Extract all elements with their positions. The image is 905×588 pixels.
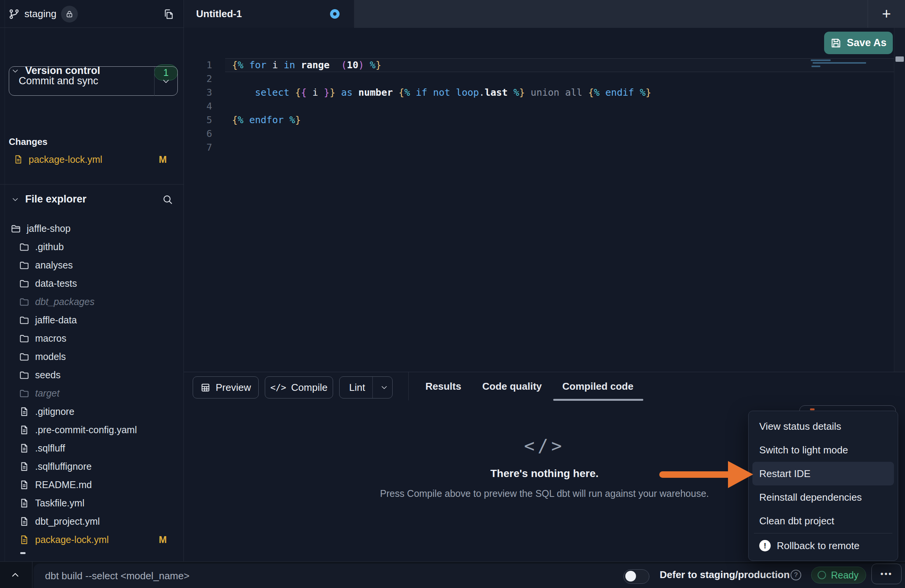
tree-folder-jaffle-shop[interactable]: jaffle-shop bbox=[0, 219, 184, 238]
line-number: 7 bbox=[184, 141, 212, 154]
code-line-5[interactable]: 5{% endfor %} bbox=[184, 113, 905, 127]
menu-item-view-status-details[interactable]: View status details bbox=[752, 414, 894, 438]
line-number: 4 bbox=[184, 100, 212, 113]
folder-icon bbox=[19, 242, 29, 252]
tree-item-label: .github bbox=[35, 241, 64, 252]
lint-dropdown-toggle[interactable] bbox=[376, 377, 392, 398]
expand-panel-button[interactable] bbox=[10, 570, 21, 580]
branch-header: staging bbox=[0, 0, 184, 28]
tab-compiled-code[interactable]: Compiled code bbox=[562, 372, 633, 401]
code-line-1[interactable]: 1{% for i in range (10) %} bbox=[184, 58, 905, 72]
menu-item-rollback-to-remote[interactable]: !Rollback to remote bbox=[752, 534, 894, 557]
lint-button[interactable]: Lint bbox=[339, 376, 393, 398]
line-number: 3 bbox=[184, 86, 212, 100]
defer-toggle[interactable] bbox=[623, 569, 649, 584]
file-search-button[interactable] bbox=[160, 192, 175, 207]
tree-file-README.md[interactable]: README.md bbox=[0, 476, 184, 494]
tree-folder-macros[interactable]: macros bbox=[0, 329, 184, 347]
commit-and-sync-button[interactable]: Commit and sync bbox=[9, 66, 178, 96]
tree-folder-analyses[interactable]: analyses bbox=[0, 256, 184, 274]
chevron-down-icon bbox=[11, 196, 19, 203]
tree-file-dbt_project.yml[interactable]: dbt_project.yml bbox=[0, 512, 184, 530]
file-tree: jaffle-shop.githubanalysesdata-testsdbt_… bbox=[0, 219, 184, 549]
tree-file-.sqlfluff[interactable]: .sqlfluff bbox=[0, 439, 184, 457]
tree-file-.gitignore[interactable]: .gitignore bbox=[0, 402, 184, 421]
changes-heading: Changes bbox=[9, 137, 47, 147]
changed-file-row[interactable]: package-lock.yml M bbox=[0, 151, 184, 168]
save-as-button[interactable]: Save As bbox=[824, 32, 893, 54]
compile-button[interactable]: </> Compile bbox=[265, 376, 333, 398]
code-line-content: {% for i in range (10) %} bbox=[232, 58, 381, 72]
tree-folder-data-tests[interactable]: data-tests bbox=[0, 274, 184, 292]
code-line-7[interactable]: 7 bbox=[184, 141, 905, 154]
more-options-button[interactable]: ••• bbox=[871, 564, 902, 584]
tab-untitled-1[interactable]: Untitled-1 bbox=[184, 0, 354, 28]
tree-item-label: data-tests bbox=[35, 278, 77, 289]
branch-selector[interactable]: staging bbox=[8, 0, 78, 28]
status-dot-icon bbox=[818, 571, 826, 579]
file-icon bbox=[19, 443, 29, 453]
menu-item-restart-ide[interactable]: Restart IDE bbox=[752, 462, 894, 485]
folder-icon bbox=[19, 315, 29, 325]
minimap-line bbox=[811, 59, 831, 61]
lint-button-divider bbox=[372, 377, 373, 398]
menu-item-clean-dbt-project[interactable]: Clean dbt project bbox=[752, 509, 894, 533]
tree-folder-seeds[interactable]: seeds bbox=[0, 366, 184, 384]
changed-file-name: package-lock.yml bbox=[29, 154, 102, 165]
tree-item-label: analyses bbox=[35, 260, 73, 271]
menu-item-switch-to-light-mode[interactable]: Switch to light mode bbox=[752, 438, 894, 462]
tree-folder-jaffle-data[interactable]: jaffle-data bbox=[0, 311, 184, 329]
tree-item-label: package-lock.yml bbox=[35, 534, 109, 545]
unsaved-indicator-dot[interactable] bbox=[330, 9, 340, 19]
menu-item-reinstall-dependencies[interactable]: Reinstall dependencies bbox=[752, 485, 894, 509]
tab-title: Untitled-1 bbox=[196, 8, 330, 20]
file-icon bbox=[19, 425, 29, 435]
lock-icon bbox=[65, 10, 74, 18]
minimap-line bbox=[813, 62, 866, 64]
line-number: 5 bbox=[184, 113, 212, 127]
code-lines[interactable]: 1{% for i in range (10) %}23 select {{ i… bbox=[184, 58, 905, 154]
tree-file-package-lock.yml[interactable]: package-lock.ymlM bbox=[0, 530, 184, 549]
editor-scrollbar[interactable] bbox=[894, 28, 905, 400]
tree-file-.pre-commit-config.yaml[interactable]: .pre-commit-config.yaml bbox=[0, 421, 184, 439]
ide-status-pill[interactable]: Ready bbox=[811, 567, 866, 583]
copy-branch-button[interactable] bbox=[161, 6, 177, 22]
file-icon bbox=[19, 406, 29, 417]
menu-item-label: Clean dbt project bbox=[759, 515, 834, 527]
tree-folder-dbt_packages[interactable]: dbt_packages bbox=[0, 292, 184, 311]
code-editor[interactable]: Save As 1{% for i in range (10) %}23 sel… bbox=[184, 28, 905, 400]
folder-icon bbox=[19, 260, 29, 270]
tree-item-label: jaffle-shop bbox=[27, 223, 71, 234]
file-explorer-header[interactable]: File explorer bbox=[11, 193, 87, 205]
editor-minimap[interactable] bbox=[811, 56, 894, 83]
toolbar-divider bbox=[408, 372, 409, 400]
tree-file-Taskfile.yml[interactable]: Taskfile.yml bbox=[0, 494, 184, 512]
code-line-4[interactable]: 4 bbox=[184, 100, 905, 113]
tree-item-label: jaffle-data bbox=[35, 315, 77, 326]
new-tab-button[interactable]: + bbox=[868, 0, 905, 28]
scrollbar-thumb[interactable] bbox=[895, 56, 904, 62]
sidebar: staging Version control 1 Commit and syn… bbox=[0, 0, 184, 561]
preview-label: Preview bbox=[216, 382, 251, 394]
folder-icon bbox=[19, 333, 29, 344]
preview-button[interactable]: Preview bbox=[193, 376, 259, 398]
tab-results[interactable]: Results bbox=[425, 372, 461, 401]
tree-folder-.github[interactable]: .github bbox=[0, 238, 184, 256]
code-line-content: {% endfor %} bbox=[232, 113, 301, 127]
file-icon bbox=[19, 480, 29, 490]
tree-item-label: models bbox=[35, 351, 66, 362]
code-line-6[interactable]: 6 bbox=[184, 127, 905, 141]
annotation-arrow bbox=[659, 471, 729, 478]
tab-code-quality[interactable]: Code quality bbox=[482, 372, 542, 401]
tree-folder-models[interactable]: models bbox=[0, 347, 184, 366]
defer-label: Defer to staging/production bbox=[660, 562, 790, 588]
code-line-3[interactable]: 3 select {{ i }} as number {% if not loo… bbox=[184, 86, 905, 100]
tree-file-.sqlfluffignore[interactable]: .sqlfluffignore bbox=[0, 457, 184, 476]
line-number: 2 bbox=[184, 72, 212, 86]
folder-icon bbox=[19, 278, 29, 289]
tree-folder-target[interactable]: target bbox=[0, 384, 184, 402]
code-line-2[interactable]: 2 bbox=[184, 72, 905, 86]
ide-status-label: Ready bbox=[831, 570, 858, 581]
help-icon[interactable]: ? bbox=[791, 570, 801, 580]
commit-dropdown-toggle[interactable] bbox=[155, 77, 177, 85]
